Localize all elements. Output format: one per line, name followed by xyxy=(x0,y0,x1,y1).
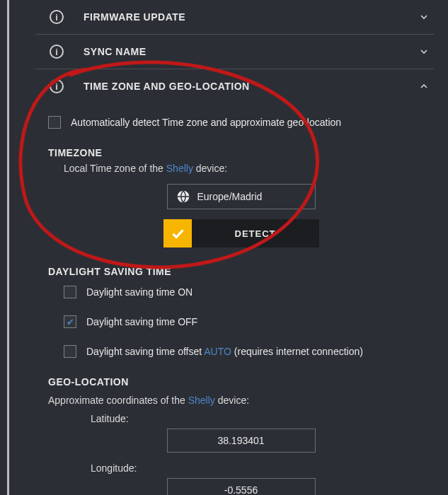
dst-off-label: Daylight saving time OFF xyxy=(86,316,197,327)
globe-icon xyxy=(176,190,190,204)
longitude-input[interactable] xyxy=(167,478,316,495)
timezone-heading: TIMEZONE xyxy=(48,147,434,158)
section-timezone-geo[interactable]: i TIME ZONE AND GEO-LOCATION xyxy=(35,69,434,103)
section-title: FIRMWARE UPDATE xyxy=(84,11,418,23)
section-sync-name[interactable]: i SYNC NAME xyxy=(35,35,434,69)
info-icon: i xyxy=(50,79,64,93)
text: device: xyxy=(193,163,227,174)
auto-text: AUTO xyxy=(204,346,231,357)
latitude-label: Latitude: xyxy=(91,413,434,424)
dst-off-checkbox[interactable] xyxy=(64,315,76,328)
timezone-select[interactable]: Europe/Madrid xyxy=(167,184,316,209)
dst-offset-checkbox[interactable] xyxy=(64,345,76,358)
shelly-link[interactable]: Shelly xyxy=(188,395,215,406)
shelly-link[interactable]: Shelly xyxy=(166,163,193,174)
detect-button-label: DETECT xyxy=(235,228,276,239)
chevron-down-icon xyxy=(418,11,430,23)
text: Daylight saving time offset xyxy=(86,346,204,357)
auto-detect-checkbox[interactable] xyxy=(48,116,61,129)
timezone-desc: Local Time zone of the Shelly device: xyxy=(64,163,434,174)
info-icon: i xyxy=(50,45,64,59)
dst-on-label: Daylight saving time ON xyxy=(86,286,193,298)
info-icon: i xyxy=(50,10,64,24)
text: (requires internet connection) xyxy=(231,346,363,357)
geo-heading: GEO-LOCATION xyxy=(48,376,434,388)
auto-detect-label: Automatically detect Time zone and appro… xyxy=(71,117,341,128)
dst-on-checkbox[interactable] xyxy=(64,286,76,298)
chevron-down-icon xyxy=(418,46,430,57)
timezone-value: Europe/Madrid xyxy=(197,191,263,202)
chevron-up-icon xyxy=(418,81,430,92)
timezone-geo-content: Automatically detect Time zone and appro… xyxy=(35,103,434,495)
geo-desc: Approximate coordinates of the Shelly de… xyxy=(48,395,434,406)
section-firmware-update[interactable]: i FIRMWARE UPDATE xyxy=(35,0,434,35)
latitude-input[interactable] xyxy=(167,429,316,453)
dst-heading: DAYLIGHT SAVING TIME xyxy=(48,266,434,277)
detect-button[interactable]: DETECT xyxy=(192,219,319,248)
left-rule xyxy=(7,0,9,495)
text: Local Time zone of the xyxy=(64,163,166,174)
dst-offset-label: Daylight saving time offset AUTO (requir… xyxy=(86,346,363,357)
section-title: TIME ZONE AND GEO-LOCATION xyxy=(84,81,418,92)
section-title: SYNC NAME xyxy=(84,46,418,57)
text: Approximate coordinates of the xyxy=(48,395,188,406)
text: device: xyxy=(215,395,249,406)
detect-check-icon xyxy=(163,219,192,248)
settings-panel: i FIRMWARE UPDATE i SYNC NAME i TIME ZON… xyxy=(0,0,448,495)
longitude-label: Longitude: xyxy=(91,462,434,474)
